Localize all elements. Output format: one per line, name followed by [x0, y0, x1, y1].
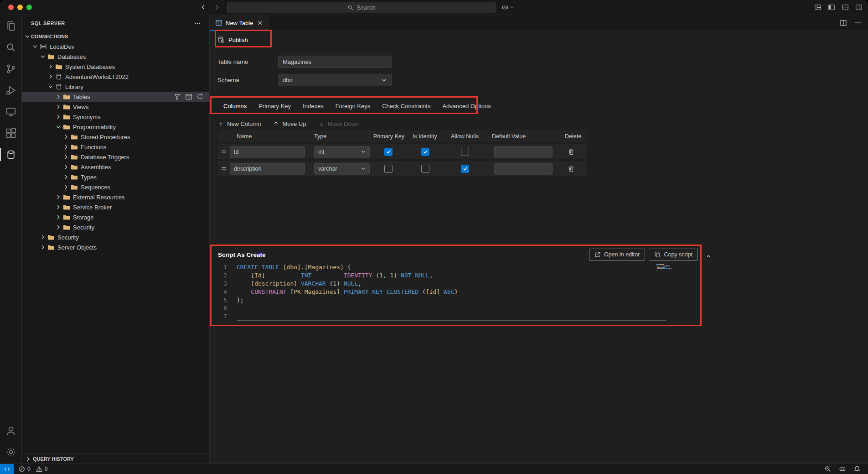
drag-handle-icon[interactable] — [220, 148, 227, 156]
tree-item-server-objects[interactable]: Server Objects — [22, 242, 209, 252]
designer-tab-foreign-keys[interactable]: Foreign Keys — [330, 98, 377, 114]
copy-script-button[interactable]: Copy script — [649, 249, 698, 260]
tree-item-security[interactable]: Security — [22, 222, 209, 232]
search-box[interactable]: Search — [227, 2, 496, 13]
designer-tab-check-constraints[interactable]: Check Constraints — [376, 98, 436, 114]
chevron-right-icon[interactable] — [62, 183, 70, 191]
panel-right-icon[interactable] — [855, 4, 863, 11]
tree-item-functions[interactable]: Functions — [22, 142, 209, 152]
tree-item-sequences[interactable]: Sequences — [22, 182, 209, 192]
tree-item-adventureworkslt2022[interactable]: AdventureWorksLT2022 — [22, 72, 209, 82]
designer-tab-advanced-options[interactable]: Advanced Options — [436, 98, 496, 114]
minimize-window-button[interactable] — [17, 5, 23, 10]
layout-grid-icon[interactable] — [814, 4, 822, 11]
activity-account-icon[interactable] — [0, 420, 22, 441]
problems-indicator[interactable]: 0 0 — [18, 465, 51, 473]
panel-left-icon[interactable] — [828, 4, 835, 11]
back-icon[interactable] — [200, 4, 207, 11]
move-up-button[interactable]: Move Up — [273, 120, 306, 127]
tree-item-programmability[interactable]: Programmability — [22, 122, 209, 132]
table-icon[interactable] — [185, 93, 192, 100]
tree-item-localdev[interactable]: LocalDev — [22, 42, 209, 52]
chevron-right-icon[interactable] — [39, 234, 46, 241]
chevron-right-icon[interactable] — [55, 103, 62, 110]
chevron-right-icon[interactable] — [39, 244, 46, 251]
query-history-section[interactable]: QUERY HISTORY — [22, 453, 209, 464]
tree-item-connections[interactable]: CONNECTIONS — [22, 31, 209, 42]
primary-key-checkbox[interactable] — [384, 148, 393, 156]
chevron-right-icon[interactable] — [55, 203, 62, 211]
bell-icon[interactable] — [853, 465, 861, 473]
chevron-right-icon[interactable] — [62, 173, 70, 181]
chevron-right-icon[interactable] — [55, 214, 62, 221]
tree-item-assemblies[interactable]: Assemblies — [22, 162, 209, 172]
new-column-button[interactable]: New Column — [217, 120, 261, 127]
activity-search-icon[interactable] — [0, 36, 22, 58]
close-window-button[interactable] — [8, 5, 14, 10]
column-name-input[interactable]: Id — [230, 146, 305, 157]
is-identity-checkbox[interactable] — [421, 165, 429, 173]
forward-icon[interactable] — [213, 4, 221, 11]
tree-item-external-resources[interactable]: External Resources — [22, 192, 209, 202]
copilot-icon[interactable] — [839, 465, 846, 473]
chevron-down-icon[interactable] — [55, 123, 62, 130]
activity-gear-icon[interactable] — [0, 441, 22, 463]
default-value-input[interactable] — [494, 146, 553, 157]
tree-item-synonyms[interactable]: Synonyms — [22, 112, 209, 122]
tree-item-service-broker[interactable]: Service Broker — [22, 202, 209, 212]
is-identity-checkbox[interactable] — [421, 148, 429, 156]
tree-item-system-databases[interactable]: System Databases — [22, 62, 209, 72]
tree-item-storage[interactable]: Storage — [22, 212, 209, 222]
chevron-right-icon[interactable] — [62, 143, 70, 151]
split-editor-icon[interactable] — [840, 19, 847, 26]
activity-debug-icon[interactable] — [0, 79, 22, 101]
activity-database-icon[interactable] — [0, 144, 22, 165]
more-actions-icon[interactable] — [854, 19, 862, 26]
chevron-right-icon[interactable] — [62, 153, 70, 161]
allow-nulls-checkbox[interactable] — [461, 165, 469, 173]
tree-item-library[interactable]: Library — [22, 82, 209, 92]
tree-item-tables[interactable]: Tables — [22, 92, 209, 102]
schema-select[interactable]: dbo — [278, 74, 392, 86]
publish-button[interactable]: Publish — [217, 32, 248, 47]
chevron-down-icon[interactable] — [24, 33, 31, 40]
designer-tab-primary-key[interactable]: Primary Key — [253, 98, 297, 114]
drag-handle-icon[interactable] — [220, 165, 227, 172]
zoom-icon[interactable] — [824, 465, 832, 473]
tree-item-databases[interactable]: Databases — [22, 52, 209, 62]
allow-nulls-checkbox[interactable] — [461, 148, 469, 156]
column-type-select[interactable]: int — [314, 146, 370, 157]
open-in-editor-button[interactable]: Open in editor — [589, 249, 646, 260]
designer-tab-columns[interactable]: Columns — [217, 98, 253, 114]
activity-extensions-icon[interactable] — [0, 122, 22, 144]
scroll-up-icon[interactable] — [705, 253, 712, 260]
chevron-down-icon[interactable] — [31, 43, 39, 50]
tree-item-views[interactable]: Views — [22, 102, 209, 112]
table-name-input[interactable] — [278, 56, 392, 68]
close-icon[interactable] — [256, 19, 264, 26]
copilot-menu[interactable] — [501, 4, 514, 11]
maximize-window-button[interactable] — [26, 5, 32, 10]
activity-files-icon[interactable] — [0, 15, 22, 36]
chevron-down-icon[interactable] — [47, 83, 54, 90]
refresh-icon[interactable] — [196, 93, 204, 100]
default-value-input[interactable] — [494, 163, 553, 174]
column-name-input[interactable]: description — [230, 163, 305, 174]
chevron-right-icon[interactable] — [62, 133, 70, 141]
filter-icon[interactable] — [174, 93, 181, 100]
chevron-right-icon[interactable] — [55, 113, 62, 120]
tree-item-database-triggers[interactable]: Database Triggers — [22, 152, 209, 162]
chevron-right-icon[interactable] — [62, 163, 70, 171]
remote-indicator[interactable] — [0, 464, 14, 474]
more-actions-icon[interactable] — [194, 20, 201, 27]
tree-item-stored-procedures[interactable]: Stored Procedures — [22, 132, 209, 142]
designer-tab-indexes[interactable]: Indexes — [297, 98, 330, 114]
chevron-right-icon[interactable] — [55, 193, 62, 201]
chevron-right-icon[interactable] — [47, 63, 54, 70]
tab-new-table[interactable]: New Table — [210, 15, 269, 31]
script-editor[interactable]: 1CREATE TABLE [dbo].[Magazines] (2 [Id] … — [211, 263, 701, 321]
delete-column-button[interactable] — [568, 165, 575, 172]
chevron-right-icon[interactable] — [47, 73, 54, 80]
tree-item-security[interactable]: Security — [22, 232, 209, 242]
chevron-right-icon[interactable] — [55, 93, 62, 100]
